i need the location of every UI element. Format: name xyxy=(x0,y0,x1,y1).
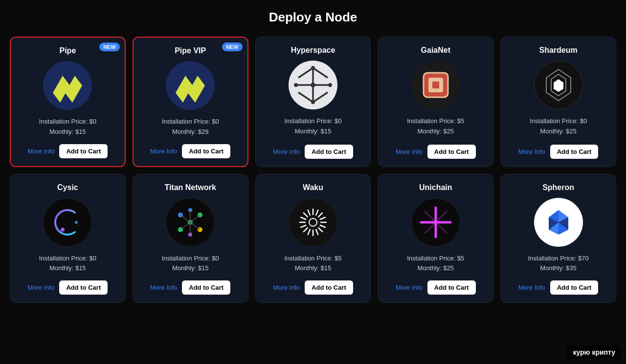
svg-line-6 xyxy=(313,68,328,78)
card-actions: More Info Add to Cart xyxy=(518,145,599,159)
card-title: Shardeum xyxy=(539,46,577,55)
svg-line-49 xyxy=(316,210,318,215)
add-to-cart-button[interactable]: Add to Cart xyxy=(427,145,476,159)
card-unichain: Unichain Installation Price: $5Monthly: … xyxy=(378,174,493,303)
card-actions: More Info Add to Cart xyxy=(150,144,230,158)
card-hyperspace: Hyperspace Ins xyxy=(255,37,371,167)
add-to-cart-button[interactable]: Add to Cart xyxy=(305,145,353,159)
svg-line-50 xyxy=(318,213,323,217)
svg-marker-3 xyxy=(188,76,205,103)
card-pricing: Installation Price: $0Monthly: $29 xyxy=(162,117,219,137)
node-logo xyxy=(289,198,337,247)
svg-line-41 xyxy=(308,229,310,235)
add-to-cart-button[interactable]: Add to Cart xyxy=(305,280,353,295)
more-info-button[interactable]: More Info xyxy=(150,284,177,291)
card-shardeum: Shardeum Installation Price: $0Monthly: … xyxy=(500,37,616,167)
page-title: Deploy a Node xyxy=(10,10,616,25)
card-pricing: Installation Price: $5Monthly: $25 xyxy=(407,254,464,274)
card-pricing: Installation Price: $0Monthly: $15 xyxy=(284,116,341,137)
more-info-button[interactable]: More Info xyxy=(150,148,177,155)
node-logo xyxy=(411,61,460,109)
svg-line-8 xyxy=(313,92,328,102)
card-title: Waku xyxy=(303,183,323,192)
node-logo xyxy=(534,198,583,247)
node-logo xyxy=(43,61,92,110)
node-logo xyxy=(166,61,215,110)
more-info-button[interactable]: More Info xyxy=(28,148,55,155)
more-info-button[interactable]: More Info xyxy=(518,284,545,291)
card-spheron: Spheron Installation Price: $70Monthly: … xyxy=(500,174,616,303)
more-info-button[interactable]: More Info xyxy=(518,148,545,155)
svg-point-22 xyxy=(75,221,78,224)
node-logo xyxy=(166,198,215,247)
card-titan-network: Titan Network Installation xyxy=(133,174,248,303)
card-actions: More Info Add to Cart xyxy=(273,280,353,295)
svg-line-9 xyxy=(298,92,313,102)
card-row-0: NEWPipe Installation Price: $0Monthly: $… xyxy=(10,37,616,167)
node-logo xyxy=(43,198,92,247)
card-pricing: Installation Price: $70Monthly: $35 xyxy=(528,254,588,274)
svg-point-52 xyxy=(309,218,317,226)
svg-point-11 xyxy=(311,66,315,70)
svg-line-31 xyxy=(190,215,200,222)
svg-line-7 xyxy=(298,68,313,78)
card-pricing: Installation Price: $5Monthly: $25 xyxy=(407,116,464,137)
card-actions: More Info Add to Cart xyxy=(273,145,353,159)
add-to-cart-button[interactable]: Add to Cart xyxy=(550,280,599,295)
card-actions: More Info Add to Cart xyxy=(150,280,230,295)
badge-new: NEW xyxy=(99,43,120,51)
badge-new: NEW xyxy=(222,43,243,51)
svg-line-47 xyxy=(308,210,310,215)
svg-marker-1 xyxy=(65,76,82,103)
card-pricing: Installation Price: $0Monthly: $15 xyxy=(39,254,96,274)
card-pipe-vip: NEWPipe VIP Installation Price: $0Monthl… xyxy=(133,37,248,167)
add-to-cart-button[interactable]: Add to Cart xyxy=(182,144,230,158)
card-row-1: Cysic Installation Price: $0Monthly: $15… xyxy=(10,174,616,303)
svg-line-37 xyxy=(320,225,326,227)
card-pricing: Installation Price: $0Monthly: $15 xyxy=(39,117,96,137)
svg-line-39 xyxy=(316,229,318,235)
add-to-cart-button[interactable]: Add to Cart xyxy=(550,145,599,159)
svg-line-51 xyxy=(320,217,326,219)
card-title: Titan Network xyxy=(164,183,216,192)
card-actions: More Info Add to Cart xyxy=(396,145,476,159)
more-info-button[interactable]: More Info xyxy=(273,284,300,291)
svg-line-43 xyxy=(300,225,306,227)
more-info-button[interactable]: More Info xyxy=(396,284,423,291)
card-pricing: Installation Price: $5Monthly: $15 xyxy=(284,254,341,274)
node-logo xyxy=(534,61,583,109)
card-actions: More Info Add to Cart xyxy=(28,280,108,295)
more-info-button[interactable]: More Info xyxy=(273,148,300,155)
card-actions: More Info Add to Cart xyxy=(396,280,476,295)
svg-point-10 xyxy=(311,83,315,87)
more-info-button[interactable]: More Info xyxy=(396,148,423,155)
card-cysic: Cysic Installation Price: $0Monthly: $15… xyxy=(10,174,126,303)
watermark: курю крипту xyxy=(567,345,621,359)
card-pricing: Installation Price: $0Monthly: $25 xyxy=(530,116,587,137)
card-pipe: NEWPipe Installation Price: $0Monthly: $… xyxy=(10,37,126,167)
add-to-cart-button[interactable]: Add to Cart xyxy=(427,280,476,295)
card-waku: Waku Installation Price: $5Monthly: $15 … xyxy=(255,174,371,303)
card-actions: More Info Add to Cart xyxy=(518,280,599,295)
svg-point-21 xyxy=(61,228,65,232)
add-to-cart-button[interactable]: Add to Cart xyxy=(59,280,108,295)
card-gaianet: GaiaNet Installation Price: $5Monthly: $… xyxy=(378,37,493,167)
svg-line-32 xyxy=(180,222,190,230)
svg-line-33 xyxy=(190,222,200,230)
card-pricing: Installation Price: $0Monthly: $15 xyxy=(162,254,219,274)
card-title: GaiaNet xyxy=(421,46,450,55)
add-to-cart-button[interactable]: Add to Cart xyxy=(59,144,108,158)
add-to-cart-button[interactable]: Add to Cart xyxy=(182,280,230,295)
more-info-button[interactable]: More Info xyxy=(28,284,55,291)
svg-point-12 xyxy=(311,100,315,104)
card-title: Spheron xyxy=(542,183,574,192)
svg-point-14 xyxy=(328,83,332,87)
card-title: Pipe VIP xyxy=(175,46,206,55)
svg-rect-17 xyxy=(432,82,439,88)
svg-line-42 xyxy=(303,227,308,232)
node-logo xyxy=(411,198,460,247)
card-title: Pipe xyxy=(60,46,76,55)
svg-point-13 xyxy=(294,83,298,87)
card-title: Unichain xyxy=(419,183,452,192)
node-logo xyxy=(289,61,337,109)
